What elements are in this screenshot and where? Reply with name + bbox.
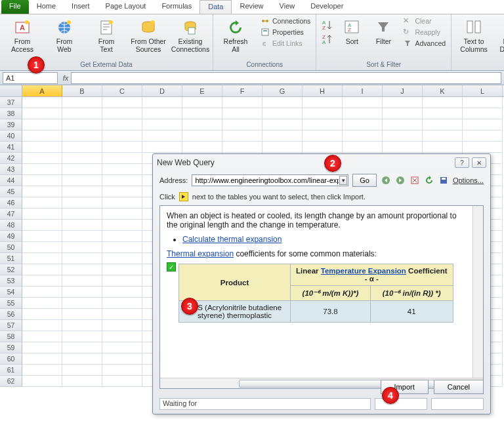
column-header[interactable]: G <box>262 85 303 96</box>
cell[interactable] <box>22 242 62 253</box>
cell[interactable] <box>262 119 303 130</box>
cell[interactable] <box>463 142 503 153</box>
tab-home[interactable]: Home <box>29 0 64 14</box>
cell[interactable] <box>22 287 62 298</box>
cell[interactable] <box>62 175 102 186</box>
remove-duplicates-button[interactable]: Remove Duplicates <box>497 16 504 53</box>
vertical-scrollbar[interactable] <box>472 206 483 378</box>
tab-formulas[interactable]: Formulas <box>154 0 200 14</box>
name-box[interactable]: A1 <box>3 72 58 84</box>
cell[interactable] <box>343 119 383 130</box>
tab-review[interactable]: Review <box>232 0 271 14</box>
row-header[interactable]: 43 <box>0 164 22 175</box>
cell[interactable] <box>62 231 102 242</box>
cell[interactable] <box>22 376 62 387</box>
cell[interactable] <box>22 186 62 197</box>
cell[interactable] <box>22 353 62 365</box>
cell[interactable] <box>383 130 423 142</box>
cell[interactable] <box>102 197 142 209</box>
advanced-button[interactable]: Advanced <box>402 38 447 49</box>
row-header[interactable]: 61 <box>0 365 22 376</box>
cell[interactable] <box>22 309 62 320</box>
row-header[interactable]: 45 <box>0 186 22 197</box>
cell[interactable] <box>463 130 503 142</box>
cell[interactable] <box>463 97 503 108</box>
cell[interactable] <box>222 130 262 142</box>
tab-page-layout[interactable]: Page Layout <box>98 0 154 14</box>
cell[interactable] <box>22 298 62 309</box>
cell[interactable] <box>102 231 142 242</box>
row-header[interactable]: 39 <box>0 119 22 130</box>
cell[interactable] <box>62 309 102 320</box>
refresh-all-button[interactable]: Refresh All <box>217 16 254 53</box>
cell[interactable] <box>102 153 142 164</box>
cell[interactable] <box>383 142 423 153</box>
stop-icon[interactable] <box>410 175 420 186</box>
cell[interactable] <box>22 331 62 342</box>
cell[interactable] <box>62 287 102 298</box>
select-all-corner[interactable] <box>0 85 22 96</box>
cell[interactable] <box>62 186 102 197</box>
row-header[interactable]: 49 <box>0 231 22 242</box>
cell[interactable] <box>102 264 142 275</box>
from-other-sources-button[interactable]: From Other Sources <box>130 16 167 53</box>
row-header[interactable]: 57 <box>0 320 22 331</box>
cancel-button[interactable]: Cancel <box>434 380 484 394</box>
column-header[interactable]: A <box>22 85 62 96</box>
close-button[interactable]: ✕ <box>472 157 486 168</box>
cell[interactable] <box>102 342 142 353</box>
row-header[interactable]: 41 <box>0 142 22 153</box>
row-header[interactable]: 56 <box>0 309 22 320</box>
cell[interactable] <box>62 320 102 331</box>
cell[interactable] <box>62 275 102 287</box>
forward-icon[interactable] <box>395 175 406 186</box>
tab-developer[interactable]: Developer <box>303 0 351 14</box>
cell[interactable] <box>343 142 383 153</box>
cell[interactable] <box>343 97 383 108</box>
existing-connections-button[interactable]: Existing Connections <box>172 16 209 53</box>
cell[interactable] <box>383 97 423 108</box>
cell[interactable] <box>102 298 142 309</box>
cell[interactable] <box>102 130 142 142</box>
cell[interactable] <box>62 298 102 309</box>
cell[interactable] <box>182 130 222 142</box>
cell[interactable] <box>423 142 463 153</box>
cell[interactable] <box>102 287 142 298</box>
reapply-button[interactable]: ↻Reapply <box>402 27 447 37</box>
cell[interactable] <box>22 253 62 264</box>
column-header[interactable]: B <box>62 85 102 96</box>
address-input[interactable] <box>192 174 348 186</box>
row-header[interactable]: 51 <box>0 253 22 264</box>
cell[interactable] <box>262 97 303 108</box>
cell[interactable] <box>62 342 102 353</box>
column-header[interactable]: C <box>102 85 142 96</box>
help-button[interactable]: ? <box>455 157 469 168</box>
cell[interactable] <box>62 331 102 342</box>
row-header[interactable]: 37 <box>0 97 22 108</box>
row-header[interactable]: 38 <box>0 108 22 119</box>
cell[interactable] <box>303 108 343 119</box>
cell[interactable] <box>102 242 142 253</box>
row-header[interactable]: 55 <box>0 298 22 309</box>
edit-links-button[interactable]: Edit Links <box>259 38 312 49</box>
cell[interactable] <box>102 108 142 119</box>
table-select-checkbox[interactable]: ✓ <box>167 262 176 271</box>
cell[interactable] <box>62 264 102 275</box>
cell[interactable] <box>423 108 463 119</box>
cell[interactable] <box>142 119 182 130</box>
cell[interactable] <box>22 175 62 186</box>
clear-button[interactable]: ✕Clear <box>402 16 447 26</box>
tab-file[interactable]: File <box>1 0 29 14</box>
row-header[interactable]: 44 <box>0 175 22 186</box>
column-header[interactable]: J <box>383 85 423 96</box>
refresh-page-icon[interactable] <box>424 175 434 186</box>
address-dropdown-icon[interactable]: ▼ <box>339 176 347 185</box>
cell[interactable] <box>102 175 142 186</box>
row-header[interactable]: 42 <box>0 153 22 164</box>
properties-button[interactable]: Properties <box>259 27 312 37</box>
cell[interactable] <box>463 119 503 130</box>
cell[interactable] <box>303 97 343 108</box>
web-preview[interactable]: When an object is heated or cooled, its … <box>159 205 484 389</box>
cell[interactable] <box>383 108 423 119</box>
cell[interactable] <box>262 142 303 153</box>
